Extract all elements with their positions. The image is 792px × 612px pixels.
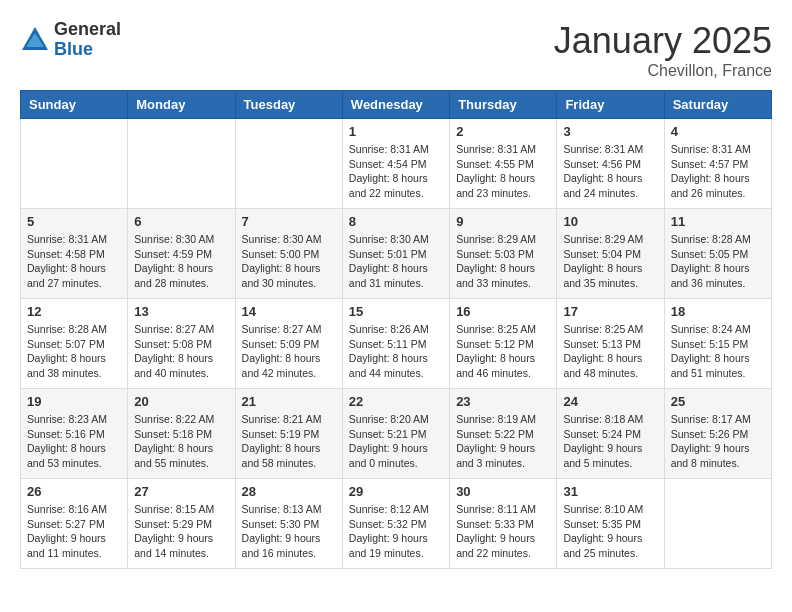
- day-number: 28: [242, 484, 336, 499]
- day-number: 16: [456, 304, 550, 319]
- day-info: Sunrise: 8:16 AM Sunset: 5:27 PM Dayligh…: [27, 502, 121, 561]
- calendar-week-row: 19Sunrise: 8:23 AM Sunset: 5:16 PM Dayli…: [21, 389, 772, 479]
- location: Chevillon, France: [554, 62, 772, 80]
- calendar-cell: 31Sunrise: 8:10 AM Sunset: 5:35 PM Dayli…: [557, 479, 664, 569]
- calendar-week-row: 1Sunrise: 8:31 AM Sunset: 4:54 PM Daylig…: [21, 119, 772, 209]
- calendar-cell: 6Sunrise: 8:30 AM Sunset: 4:59 PM Daylig…: [128, 209, 235, 299]
- calendar-cell: 7Sunrise: 8:30 AM Sunset: 5:00 PM Daylig…: [235, 209, 342, 299]
- day-info: Sunrise: 8:17 AM Sunset: 5:26 PM Dayligh…: [671, 412, 765, 471]
- weekday-header-row: SundayMondayTuesdayWednesdayThursdayFrid…: [21, 91, 772, 119]
- day-number: 2: [456, 124, 550, 139]
- calendar-week-row: 12Sunrise: 8:28 AM Sunset: 5:07 PM Dayli…: [21, 299, 772, 389]
- calendar-cell: 26Sunrise: 8:16 AM Sunset: 5:27 PM Dayli…: [21, 479, 128, 569]
- calendar-cell: 24Sunrise: 8:18 AM Sunset: 5:24 PM Dayli…: [557, 389, 664, 479]
- weekday-header: Monday: [128, 91, 235, 119]
- day-number: 18: [671, 304, 765, 319]
- day-number: 17: [563, 304, 657, 319]
- calendar-cell: 23Sunrise: 8:19 AM Sunset: 5:22 PM Dayli…: [450, 389, 557, 479]
- calendar-cell: [664, 479, 771, 569]
- title-block: January 2025 Chevillon, France: [554, 20, 772, 80]
- calendar-cell: 1Sunrise: 8:31 AM Sunset: 4:54 PM Daylig…: [342, 119, 449, 209]
- calendar-cell: 28Sunrise: 8:13 AM Sunset: 5:30 PM Dayli…: [235, 479, 342, 569]
- day-number: 11: [671, 214, 765, 229]
- calendar-cell: 14Sunrise: 8:27 AM Sunset: 5:09 PM Dayli…: [235, 299, 342, 389]
- day-number: 8: [349, 214, 443, 229]
- calendar-cell: 22Sunrise: 8:20 AM Sunset: 5:21 PM Dayli…: [342, 389, 449, 479]
- day-info: Sunrise: 8:31 AM Sunset: 4:54 PM Dayligh…: [349, 142, 443, 201]
- calendar-cell: 2Sunrise: 8:31 AM Sunset: 4:55 PM Daylig…: [450, 119, 557, 209]
- calendar-cell: 13Sunrise: 8:27 AM Sunset: 5:08 PM Dayli…: [128, 299, 235, 389]
- day-number: 1: [349, 124, 443, 139]
- weekday-header: Friday: [557, 91, 664, 119]
- day-info: Sunrise: 8:30 AM Sunset: 5:00 PM Dayligh…: [242, 232, 336, 291]
- logo-general: General: [54, 20, 121, 40]
- calendar-cell: 4Sunrise: 8:31 AM Sunset: 4:57 PM Daylig…: [664, 119, 771, 209]
- weekday-header: Sunday: [21, 91, 128, 119]
- calendar-cell: 20Sunrise: 8:22 AM Sunset: 5:18 PM Dayli…: [128, 389, 235, 479]
- calendar-cell: 10Sunrise: 8:29 AM Sunset: 5:04 PM Dayli…: [557, 209, 664, 299]
- day-number: 5: [27, 214, 121, 229]
- day-number: 3: [563, 124, 657, 139]
- calendar-week-row: 5Sunrise: 8:31 AM Sunset: 4:58 PM Daylig…: [21, 209, 772, 299]
- day-number: 7: [242, 214, 336, 229]
- calendar-cell: 11Sunrise: 8:28 AM Sunset: 5:05 PM Dayli…: [664, 209, 771, 299]
- calendar-table: SundayMondayTuesdayWednesdayThursdayFrid…: [20, 90, 772, 569]
- day-info: Sunrise: 8:27 AM Sunset: 5:08 PM Dayligh…: [134, 322, 228, 381]
- day-info: Sunrise: 8:30 AM Sunset: 4:59 PM Dayligh…: [134, 232, 228, 291]
- calendar-cell: 17Sunrise: 8:25 AM Sunset: 5:13 PM Dayli…: [557, 299, 664, 389]
- calendar-cell: 19Sunrise: 8:23 AM Sunset: 5:16 PM Dayli…: [21, 389, 128, 479]
- day-number: 29: [349, 484, 443, 499]
- calendar-cell: 3Sunrise: 8:31 AM Sunset: 4:56 PM Daylig…: [557, 119, 664, 209]
- logo-blue: Blue: [54, 40, 121, 60]
- day-number: 26: [27, 484, 121, 499]
- day-info: Sunrise: 8:19 AM Sunset: 5:22 PM Dayligh…: [456, 412, 550, 471]
- logo-text: General Blue: [54, 20, 121, 60]
- calendar-cell: [128, 119, 235, 209]
- calendar-cell: 25Sunrise: 8:17 AM Sunset: 5:26 PM Dayli…: [664, 389, 771, 479]
- day-info: Sunrise: 8:25 AM Sunset: 5:12 PM Dayligh…: [456, 322, 550, 381]
- calendar-cell: 18Sunrise: 8:24 AM Sunset: 5:15 PM Dayli…: [664, 299, 771, 389]
- day-number: 13: [134, 304, 228, 319]
- day-number: 31: [563, 484, 657, 499]
- day-number: 24: [563, 394, 657, 409]
- day-info: Sunrise: 8:31 AM Sunset: 4:58 PM Dayligh…: [27, 232, 121, 291]
- calendar-cell: 12Sunrise: 8:28 AM Sunset: 5:07 PM Dayli…: [21, 299, 128, 389]
- calendar-cell: 9Sunrise: 8:29 AM Sunset: 5:03 PM Daylig…: [450, 209, 557, 299]
- calendar-cell: 29Sunrise: 8:12 AM Sunset: 5:32 PM Dayli…: [342, 479, 449, 569]
- day-info: Sunrise: 8:20 AM Sunset: 5:21 PM Dayligh…: [349, 412, 443, 471]
- day-info: Sunrise: 8:27 AM Sunset: 5:09 PM Dayligh…: [242, 322, 336, 381]
- day-info: Sunrise: 8:12 AM Sunset: 5:32 PM Dayligh…: [349, 502, 443, 561]
- calendar-cell: 8Sunrise: 8:30 AM Sunset: 5:01 PM Daylig…: [342, 209, 449, 299]
- day-number: 4: [671, 124, 765, 139]
- day-number: 12: [27, 304, 121, 319]
- page-header: General Blue January 2025 Chevillon, Fra…: [20, 20, 772, 80]
- calendar-cell: 30Sunrise: 8:11 AM Sunset: 5:33 PM Dayli…: [450, 479, 557, 569]
- calendar-cell: [235, 119, 342, 209]
- calendar-body: 1Sunrise: 8:31 AM Sunset: 4:54 PM Daylig…: [21, 119, 772, 569]
- weekday-header: Thursday: [450, 91, 557, 119]
- day-info: Sunrise: 8:30 AM Sunset: 5:01 PM Dayligh…: [349, 232, 443, 291]
- logo: General Blue: [20, 20, 121, 60]
- calendar-header: SundayMondayTuesdayWednesdayThursdayFrid…: [21, 91, 772, 119]
- day-info: Sunrise: 8:26 AM Sunset: 5:11 PM Dayligh…: [349, 322, 443, 381]
- day-number: 21: [242, 394, 336, 409]
- day-number: 25: [671, 394, 765, 409]
- calendar-cell: 15Sunrise: 8:26 AM Sunset: 5:11 PM Dayli…: [342, 299, 449, 389]
- day-info: Sunrise: 8:18 AM Sunset: 5:24 PM Dayligh…: [563, 412, 657, 471]
- day-number: 15: [349, 304, 443, 319]
- day-info: Sunrise: 8:21 AM Sunset: 5:19 PM Dayligh…: [242, 412, 336, 471]
- calendar-cell: 21Sunrise: 8:21 AM Sunset: 5:19 PM Dayli…: [235, 389, 342, 479]
- day-info: Sunrise: 8:24 AM Sunset: 5:15 PM Dayligh…: [671, 322, 765, 381]
- calendar-cell: 5Sunrise: 8:31 AM Sunset: 4:58 PM Daylig…: [21, 209, 128, 299]
- day-number: 19: [27, 394, 121, 409]
- calendar-cell: [21, 119, 128, 209]
- calendar-cell: 16Sunrise: 8:25 AM Sunset: 5:12 PM Dayli…: [450, 299, 557, 389]
- day-number: 27: [134, 484, 228, 499]
- day-info: Sunrise: 8:11 AM Sunset: 5:33 PM Dayligh…: [456, 502, 550, 561]
- calendar-week-row: 26Sunrise: 8:16 AM Sunset: 5:27 PM Dayli…: [21, 479, 772, 569]
- day-info: Sunrise: 8:13 AM Sunset: 5:30 PM Dayligh…: [242, 502, 336, 561]
- day-number: 14: [242, 304, 336, 319]
- day-number: 6: [134, 214, 228, 229]
- day-number: 30: [456, 484, 550, 499]
- day-info: Sunrise: 8:31 AM Sunset: 4:55 PM Dayligh…: [456, 142, 550, 201]
